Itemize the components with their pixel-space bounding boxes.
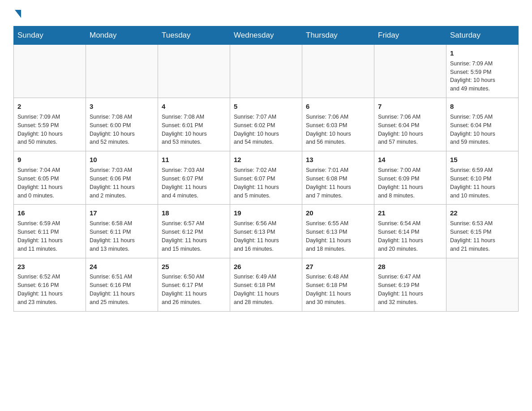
- day-info: Sunrise: 6:54 AMSunset: 6:14 PMDaylight:…: [378, 220, 423, 252]
- calendar-week-row: 16Sunrise: 6:59 AMSunset: 6:11 PMDayligh…: [14, 205, 519, 258]
- calendar-cell: 9Sunrise: 7:04 AMSunset: 6:05 PMDaylight…: [14, 151, 86, 205]
- day-number: 26: [234, 262, 298, 272]
- calendar-cell: 14Sunrise: 7:00 AMSunset: 6:09 PMDayligh…: [374, 151, 446, 205]
- day-of-week-header: Monday: [86, 26, 158, 45]
- day-of-week-header: Saturday: [446, 26, 519, 45]
- day-info: Sunrise: 7:02 AMSunset: 6:07 PMDaylight:…: [234, 167, 279, 199]
- calendar-cell: 3Sunrise: 7:08 AMSunset: 6:00 PMDaylight…: [86, 98, 158, 151]
- calendar-cell: 19Sunrise: 6:56 AMSunset: 6:13 PMDayligh…: [230, 205, 302, 258]
- calendar-week-row: 23Sunrise: 6:52 AMSunset: 6:16 PMDayligh…: [14, 258, 519, 311]
- calendar-cell: 15Sunrise: 6:59 AMSunset: 6:10 PMDayligh…: [446, 151, 519, 205]
- calendar-cell: 10Sunrise: 7:03 AMSunset: 6:06 PMDayligh…: [86, 151, 158, 205]
- day-info: Sunrise: 6:59 AMSunset: 6:10 PMDaylight:…: [450, 167, 495, 199]
- day-number: 2: [17, 102, 82, 111]
- calendar-cell: 21Sunrise: 6:54 AMSunset: 6:14 PMDayligh…: [374, 205, 446, 258]
- day-info: Sunrise: 6:50 AMSunset: 6:17 PMDaylight:…: [162, 274, 207, 305]
- day-number: 19: [234, 208, 298, 218]
- calendar-cell: 18Sunrise: 6:57 AMSunset: 6:12 PMDayligh…: [158, 205, 230, 258]
- calendar-week-row: 2Sunrise: 7:09 AMSunset: 5:59 PMDaylight…: [14, 98, 519, 151]
- day-info: Sunrise: 6:55 AMSunset: 6:13 PMDaylight:…: [306, 220, 351, 252]
- calendar-cell: [446, 258, 519, 311]
- day-info: Sunrise: 7:03 AMSunset: 6:06 PMDaylight:…: [90, 167, 135, 199]
- day-info: Sunrise: 6:52 AMSunset: 6:16 PMDaylight:…: [17, 274, 63, 305]
- calendar-table: SundayMondayTuesdayWednesdayThursdayFrid…: [13, 26, 519, 312]
- day-info: Sunrise: 6:49 AMSunset: 6:18 PMDaylight:…: [234, 274, 279, 305]
- day-number: 7: [378, 102, 442, 111]
- calendar-cell: 26Sunrise: 6:49 AMSunset: 6:18 PMDayligh…: [230, 258, 302, 311]
- day-number: 25: [162, 262, 226, 272]
- day-number: 3: [90, 102, 154, 111]
- day-number: 11: [162, 155, 226, 165]
- day-number: 8: [450, 102, 515, 111]
- calendar-cell: 20Sunrise: 6:55 AMSunset: 6:13 PMDayligh…: [302, 205, 374, 258]
- calendar-cell: [374, 45, 446, 98]
- calendar-week-row: 1Sunrise: 7:09 AMSunset: 5:59 PMDaylight…: [14, 45, 519, 98]
- calendar-cell: 4Sunrise: 7:08 AMSunset: 6:01 PMDaylight…: [158, 98, 230, 151]
- day-info: Sunrise: 7:04 AMSunset: 6:05 PMDaylight:…: [17, 167, 63, 199]
- calendar-cell: 22Sunrise: 6:53 AMSunset: 6:15 PMDayligh…: [446, 205, 519, 258]
- day-number: 21: [378, 208, 442, 218]
- calendar-cell: 8Sunrise: 7:05 AMSunset: 6:04 PMDaylight…: [446, 98, 519, 151]
- day-of-week-header: Sunday: [14, 26, 86, 45]
- day-info: Sunrise: 6:56 AMSunset: 6:13 PMDaylight:…: [234, 220, 279, 252]
- day-number: 10: [90, 155, 154, 165]
- day-number: 22: [450, 208, 515, 218]
- calendar-header-row: SundayMondayTuesdayWednesdayThursdayFrid…: [14, 26, 519, 45]
- calendar-week-row: 9Sunrise: 7:04 AMSunset: 6:05 PMDaylight…: [14, 151, 519, 205]
- day-number: 14: [378, 155, 442, 165]
- calendar-cell: 1Sunrise: 7:09 AMSunset: 5:59 PMDaylight…: [446, 45, 519, 98]
- page-header: [13, 9, 519, 18]
- day-number: 9: [17, 155, 82, 165]
- day-info: Sunrise: 7:00 AMSunset: 6:09 PMDaylight:…: [378, 167, 423, 199]
- day-of-week-header: Tuesday: [158, 26, 230, 45]
- calendar-cell: [302, 45, 374, 98]
- day-number: 15: [450, 155, 515, 165]
- day-number: 17: [90, 208, 154, 218]
- day-info: Sunrise: 7:08 AMSunset: 6:01 PMDaylight:…: [162, 114, 207, 146]
- calendar-cell: 2Sunrise: 7:09 AMSunset: 5:59 PMDaylight…: [14, 98, 86, 151]
- day-info: Sunrise: 7:08 AMSunset: 6:00 PMDaylight:…: [90, 114, 135, 146]
- calendar-cell: 25Sunrise: 6:50 AMSunset: 6:17 PMDayligh…: [158, 258, 230, 311]
- day-number: 1: [450, 48, 515, 58]
- calendar-cell: 11Sunrise: 7:03 AMSunset: 6:07 PMDayligh…: [158, 151, 230, 205]
- day-number: 5: [234, 102, 298, 111]
- calendar-cell: 6Sunrise: 7:06 AMSunset: 6:03 PMDaylight…: [302, 98, 374, 151]
- logo: [13, 9, 21, 18]
- day-info: Sunrise: 6:59 AMSunset: 6:11 PMDaylight:…: [17, 220, 63, 252]
- calendar-cell: [230, 45, 302, 98]
- day-number: 24: [90, 262, 154, 272]
- day-info: Sunrise: 6:57 AMSunset: 6:12 PMDaylight:…: [162, 220, 207, 252]
- calendar-cell: [14, 45, 86, 98]
- day-info: Sunrise: 6:58 AMSunset: 6:11 PMDaylight:…: [90, 220, 135, 252]
- calendar-cell: 12Sunrise: 7:02 AMSunset: 6:07 PMDayligh…: [230, 151, 302, 205]
- calendar-cell: [86, 45, 158, 98]
- day-number: 28: [378, 262, 442, 272]
- day-number: 23: [17, 262, 82, 272]
- day-info: Sunrise: 6:48 AMSunset: 6:18 PMDaylight:…: [306, 274, 351, 305]
- calendar-cell: 16Sunrise: 6:59 AMSunset: 6:11 PMDayligh…: [14, 205, 86, 258]
- day-info: Sunrise: 7:01 AMSunset: 6:08 PMDaylight:…: [306, 167, 351, 199]
- logo-arrow-icon: [15, 10, 21, 18]
- day-info: Sunrise: 7:09 AMSunset: 5:59 PMDaylight:…: [17, 114, 63, 146]
- day-number: 6: [306, 102, 370, 111]
- calendar-cell: 27Sunrise: 6:48 AMSunset: 6:18 PMDayligh…: [302, 258, 374, 311]
- calendar-cell: 13Sunrise: 7:01 AMSunset: 6:08 PMDayligh…: [302, 151, 374, 205]
- day-number: 27: [306, 262, 370, 272]
- day-info: Sunrise: 7:05 AMSunset: 6:04 PMDaylight:…: [450, 114, 495, 146]
- calendar-cell: 5Sunrise: 7:07 AMSunset: 6:02 PMDaylight…: [230, 98, 302, 151]
- day-info: Sunrise: 7:07 AMSunset: 6:02 PMDaylight:…: [234, 114, 279, 146]
- day-of-week-header: Thursday: [302, 26, 374, 45]
- day-info: Sunrise: 7:06 AMSunset: 6:04 PMDaylight:…: [378, 114, 423, 146]
- day-info: Sunrise: 7:06 AMSunset: 6:03 PMDaylight:…: [306, 114, 351, 146]
- calendar-cell: 23Sunrise: 6:52 AMSunset: 6:16 PMDayligh…: [14, 258, 86, 311]
- day-info: Sunrise: 7:09 AMSunset: 5:59 PMDaylight:…: [450, 60, 495, 92]
- calendar-cell: 7Sunrise: 7:06 AMSunset: 6:04 PMDaylight…: [374, 98, 446, 151]
- day-number: 18: [162, 208, 226, 218]
- day-number: 13: [306, 155, 370, 165]
- day-number: 4: [162, 102, 226, 111]
- day-number: 20: [306, 208, 370, 218]
- day-of-week-header: Friday: [374, 26, 446, 45]
- day-info: Sunrise: 6:51 AMSunset: 6:16 PMDaylight:…: [90, 274, 135, 305]
- calendar-cell: 28Sunrise: 6:47 AMSunset: 6:19 PMDayligh…: [374, 258, 446, 311]
- calendar-cell: 24Sunrise: 6:51 AMSunset: 6:16 PMDayligh…: [86, 258, 158, 311]
